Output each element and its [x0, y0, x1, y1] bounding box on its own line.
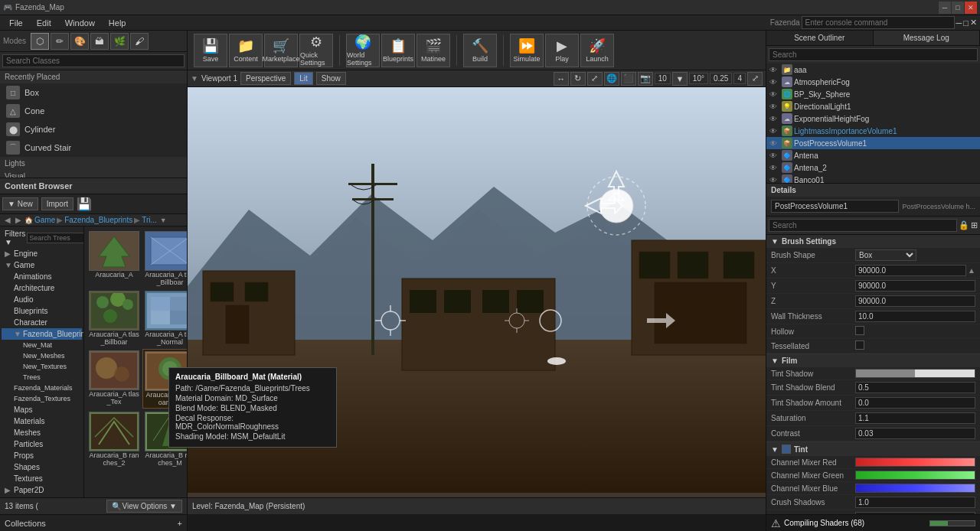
asset-atlas-billboard-mat[interactable]: Araucaria_A tlas_Billboar [142, 230, 187, 288]
minimize-button[interactable]: ─ [939, 2, 951, 14]
outliner-search-input[interactable] [769, 48, 978, 61]
tint-checkbox[interactable] [782, 445, 791, 454]
view-options-button[interactable]: 🔍 View Options ▼ [106, 500, 182, 513]
mode-btn-5[interactable]: 🖌 [130, 33, 149, 50]
visual-header[interactable]: Visual [0, 170, 187, 178]
viewport[interactable]: ▼ Viewport 1 Perspective Lit Show ↔ ↻ ⤢ … [188, 70, 766, 531]
tint-shadow-bar[interactable] [855, 369, 975, 378]
asset-atlas-normal[interactable]: Araucaria_A tlas_Normal [142, 289, 187, 347]
import-button[interactable]: Import [41, 197, 74, 210]
perspective-button[interactable]: Perspective [240, 72, 291, 85]
blueprints-button[interactable]: 📋 Blueprints [381, 34, 415, 67]
header-maximize[interactable]: □ [963, 18, 969, 28]
vp-grid-down[interactable]: ▼ [672, 72, 688, 86]
tint-blend-input[interactable] [855, 382, 975, 393]
header-close[interactable]: ✕ [970, 18, 977, 28]
contrast-input[interactable] [855, 428, 975, 439]
scene-outliner-tab[interactable]: Scene Outliner [766, 31, 874, 45]
x-input[interactable] [855, 265, 966, 276]
lights-header[interactable]: Lights [0, 157, 187, 170]
simulate-button[interactable]: ⏩ Simulate [510, 34, 544, 67]
nav-forward-button[interactable]: ▶ [14, 216, 23, 224]
tree-textures[interactable]: Textures [2, 473, 82, 484]
viewport-canvas[interactable]: Level: Fazenda_Map (Persistent) [188, 87, 766, 514]
eye-aaa[interactable]: 👁 [769, 66, 780, 74]
place-item-box[interactable]: □ Box [0, 83, 187, 102]
eye-sky[interactable]: 👁 [769, 90, 780, 99]
tree-particles[interactable]: Particles [2, 438, 82, 450]
wall-thickness-input[interactable] [855, 311, 975, 322]
tree-audio[interactable]: Audio [2, 294, 82, 305]
viewport-dropdown-icon[interactable]: ▼ [191, 74, 198, 83]
asset-branches-m[interactable]: Araucaria_B ranches_M [142, 410, 187, 468]
mode-btn-2[interactable]: 🎨 [70, 33, 89, 50]
mode-btn-1[interactable]: ✏ [51, 33, 69, 50]
matinee-button[interactable]: 🎬 Matinee [416, 34, 450, 67]
tree-fazenda-blueprints[interactable]: ▼ Fazenda_Blueprints [2, 328, 82, 340]
brush-settings-header[interactable]: ▼ Brush Settings [766, 235, 980, 248]
nav-trees[interactable]: Tri... [142, 216, 157, 224]
vp-move-icon[interactable]: ↔ [554, 72, 569, 86]
hollow-checkbox[interactable] [855, 326, 864, 335]
search-trees-input[interactable] [27, 233, 84, 243]
asset-branches-2[interactable]: Araucaria_B ranches_2 [87, 410, 141, 468]
outliner-item-antena2[interactable]: 👁 🔷 Antena_2 [766, 161, 980, 174]
show-button[interactable]: Show [316, 72, 346, 85]
outliner-item-lightmass[interactable]: 👁 📦 LightmassImportanceVolume1 [766, 125, 980, 137]
outliner-item-fog[interactable]: 👁 ☁ AtmosphericFog [766, 76, 980, 88]
saturation-input[interactable] [855, 412, 975, 424]
tree-shapes[interactable]: Shapes [2, 461, 82, 473]
details-search-input[interactable] [769, 219, 957, 232]
crush-shadows-input[interactable] [855, 497, 975, 508]
details-lock-icon[interactable]: 🔒 [959, 220, 969, 230]
eye-fog[interactable]: 👁 [769, 78, 780, 86]
outliner-item-postprocess[interactable]: 👁 📦 PostProcessVolume1 [766, 137, 980, 149]
tree-game[interactable]: ▼ Game [2, 259, 82, 271]
tree-fazenda-textures[interactable]: Fazenda_Textures [2, 393, 82, 404]
tree-paper2d[interactable]: ▶ Paper2D [2, 484, 82, 496]
tint-header[interactable]: ▼ Tint [766, 442, 980, 456]
menu-help[interactable]: Help [103, 17, 132, 29]
eye-banco[interactable]: 👁 [769, 176, 780, 184]
tree-blueprints[interactable]: Blueprints [2, 305, 82, 317]
search-classes-input[interactable] [2, 54, 185, 67]
world-settings-button[interactable]: 🌍 World Settings [346, 34, 380, 67]
menu-edit[interactable]: Edit [31, 17, 57, 29]
console-input[interactable] [802, 16, 955, 29]
menu-window[interactable]: Window [59, 17, 101, 29]
actor-name-input[interactable] [771, 200, 899, 213]
x-spinner-up[interactable]: ▲ [968, 266, 975, 275]
details-grid-icon[interactable]: ⊞ [971, 220, 978, 230]
tree-engine[interactable]: ▶ Engine [2, 248, 82, 259]
close-button[interactable]: ✕ [965, 2, 977, 14]
save-button[interactable]: 💾 Save [194, 34, 227, 67]
tree-animations[interactable]: Animations [2, 271, 82, 282]
channel-green-bar[interactable] [855, 471, 975, 480]
outliner-item-banco[interactable]: 👁 🔷 Banco01 [766, 174, 980, 184]
brush-shape-select[interactable]: Box [855, 249, 916, 261]
menu-file[interactable]: File [3, 17, 29, 29]
nav-game[interactable]: Game [34, 216, 55, 224]
outliner-item-light[interactable]: 👁 💡 DirectionalLight1 [766, 100, 980, 112]
place-item-cone[interactable]: △ Cone [0, 102, 187, 120]
outliner-item-sky[interactable]: 👁 🌐 BP_Sky_Sphere [766, 88, 980, 100]
tree-materials[interactable]: Materials [2, 415, 82, 427]
tree-trees[interactable]: Trees [2, 372, 82, 383]
eye-heightfog[interactable]: 👁 [769, 115, 780, 123]
place-item-curved-stair[interactable]: ⌒ Curved Stair [0, 138, 187, 157]
channel-red-bar[interactable] [855, 458, 975, 467]
place-item-cylinder[interactable]: ⬤ Cylinder [0, 120, 187, 138]
tree-character[interactable]: Character [2, 317, 82, 328]
asset-atlas-billboard-tex[interactable]: Araucaria_A tlas_Billboar [87, 289, 141, 347]
tree-new-mat[interactable]: New_Mat [2, 340, 82, 350]
launch-button[interactable]: 🚀 Launch [580, 34, 614, 67]
eye-lightmass[interactable]: 👁 [769, 127, 780, 135]
film-header[interactable]: ▼ Film [766, 354, 980, 367]
header-minimize[interactable]: ─ [956, 18, 962, 28]
save-all-button[interactable]: 💾 [77, 197, 92, 211]
vp-scale-icon[interactable]: ⤢ [587, 72, 603, 86]
tree-maps[interactable]: Maps [2, 404, 82, 415]
maximize-button[interactable]: □ [952, 2, 964, 14]
tree-new-textures[interactable]: New_Textures [2, 361, 82, 372]
collections-add-button[interactable]: + [178, 519, 182, 528]
